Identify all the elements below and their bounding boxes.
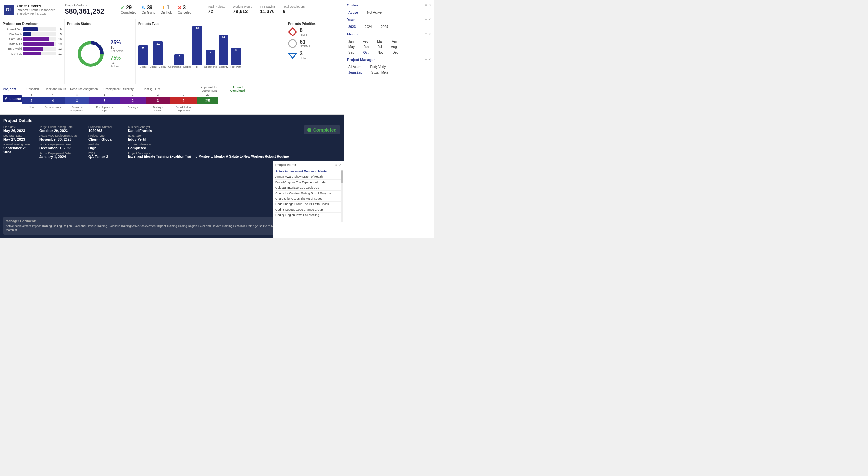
svg-marker-4 (289, 53, 297, 58)
month-option[interactable]: May (347, 45, 356, 49)
divider-2 (197, 3, 198, 16)
project-list-item[interactable]: Coding Region Town Hall Meeting (275, 212, 341, 218)
year-option[interactable]: 2025 (380, 25, 390, 29)
canceled-icon: ✖ (178, 5, 182, 10)
project-list: Project Name ≡ ▽ Active Achievement Ment… (273, 161, 344, 238)
month-option[interactable]: Nov (376, 50, 384, 55)
project-list-item[interactable]: Coding League Code Change Group (275, 207, 341, 212)
project-list-item[interactable]: Celestial Interface Gob Geeklords (275, 185, 341, 191)
charts-row: Projects per Developer Ahmed Daz 9 Eto S… (0, 19, 344, 84)
type-bar-col: 5 Operations - Global (168, 54, 190, 69)
pm-option[interactable]: Jean Zac (347, 70, 364, 74)
status-chart-title: Projects Status (67, 22, 133, 26)
onhold-num: 1 (166, 5, 169, 11)
pm-filter-title: Project Manager (347, 58, 375, 62)
total-dev-stat: Total Developers 6 (283, 5, 305, 14)
stat-onhold: ⏸ 1 On Hold (160, 5, 173, 14)
month-option[interactable]: Aug (390, 45, 398, 49)
stats-group: ✔ 29 Completed ↻ 39 On Going ⏸ 1 On Hold (121, 5, 191, 14)
month-option[interactable]: Mar (376, 39, 384, 43)
project-list-title: Project Name (275, 163, 296, 167)
milestone-segment: 22 (170, 93, 197, 104)
month-option[interactable]: Apr (391, 39, 399, 43)
status-completed-badge: Completed (304, 126, 340, 134)
project-list-item[interactable]: Center for Creative Coding Box of Crayon… (275, 191, 341, 196)
pm-option[interactable]: Suzan Mike (370, 70, 390, 74)
not-active-label: 25% 18 Not Active (111, 40, 124, 53)
dev-bar-row: Kate Mills 19 (3, 42, 62, 46)
priorities-section: Projects Priorities 8 HIGH (285, 19, 344, 83)
project-list-item[interactable]: Annual Award Show Match of Health (275, 174, 341, 180)
month-filter-section: Month ≡✕ JanFebMarAprMayJunJulAugSepOctN… (347, 32, 431, 55)
project-list-item[interactable]: Charged by Codes The Art of Codes (275, 196, 341, 202)
dev-bars: Ahmed Daz 9 Eto Smith 5 Sam Jack 16 Kate… (3, 27, 62, 56)
project-list-item[interactable]: Active Achievement Mentee to Mentor (275, 169, 341, 174)
normal-priority-icon (288, 39, 297, 48)
pm-list-icon[interactable]: ≡ (425, 58, 427, 62)
right-panel: Status ≡✕ Active Not Active Year ≡✕ 2023… (344, 0, 434, 238)
project-list-item[interactable]: Box of Crayons The Experienced dude (275, 180, 341, 185)
dev-chart-title: Projects per Developer (3, 22, 62, 26)
pm-clear-icon[interactable]: ✕ (428, 58, 431, 62)
stat-ongoing: ↻ 39 On Going (142, 5, 156, 14)
month-option[interactable]: Sep (347, 50, 355, 55)
type-chart: Projects Type 9 Client 11 Client - Globa… (135, 19, 285, 83)
milestone-label: Milestone (3, 96, 22, 102)
dev-bar-row: Ahmed Daz 9 (3, 27, 62, 31)
active-label: 75% 54 Active (111, 55, 124, 68)
working-hours-stat: Working Hours 79,612 (233, 5, 252, 14)
details-col-1: Start date May 26, 2023 Dev Start Date M… (3, 126, 35, 213)
ongoing-num: 39 (147, 5, 153, 11)
dev-bar-row: Dany Jr. 11 (3, 52, 62, 56)
pm-option[interactable]: Eddy Verly (369, 65, 387, 69)
onhold-label: On Hold (160, 11, 173, 14)
type-bars-container: 9 Client 11 Client - Global 5 Operations… (138, 27, 283, 69)
project-list-items: Active Achievement Mentee to MentorAnnua… (275, 169, 341, 218)
projects-value-number: $80,361,252 (65, 7, 104, 15)
year-filter-section: Year ≡✕ 202320242025 (347, 18, 431, 29)
project-list-filter-icon[interactable]: ≡ (335, 163, 337, 167)
month-filter-title: Month (347, 32, 358, 36)
milestone-segment: 44 (41, 93, 65, 104)
divider-1 (111, 3, 111, 16)
month-option[interactable]: Jan (347, 39, 355, 43)
project-list-item[interactable]: Code Change Group The GFI with Codes (275, 202, 341, 207)
projects-label: Projects (3, 87, 22, 91)
milestone-segment: 23 (146, 93, 170, 104)
logo: OL Other Level's Projects Status Dashboa… (4, 4, 55, 15)
year-clear-icon[interactable]: ✕ (428, 18, 431, 22)
month-option[interactable]: Feb (361, 39, 369, 43)
filter-list-icon[interactable]: ≡ (425, 3, 427, 7)
year-list-icon[interactable]: ≡ (425, 18, 427, 22)
month-option[interactable]: Jun (362, 45, 370, 49)
priorities-title: Projects Priorities (288, 22, 341, 26)
month-option[interactable]: Oct (362, 50, 370, 55)
status-active-option[interactable]: Active (347, 10, 360, 14)
ongoing-label: On Going (142, 11, 156, 14)
status-notactive-option[interactable]: Not Active (366, 10, 383, 14)
month-clear-icon[interactable]: ✕ (428, 32, 431, 36)
filter-clear-icon[interactable]: ✕ (428, 3, 431, 7)
ongoing-icon: ↻ (142, 5, 146, 10)
priority-low: 3 LOW (288, 50, 341, 60)
total-projects-stat: Total Projects 72 (208, 5, 225, 14)
svg-point-3 (289, 40, 297, 47)
month-option[interactable]: Dec (391, 50, 399, 55)
status-donut-chart: Projects Status 25% 18 Not (65, 19, 135, 83)
year-option[interactable]: 2024 (363, 25, 373, 29)
month-list-icon[interactable]: ≡ (425, 32, 427, 36)
pm-option[interactable]: Ali Adam (347, 65, 362, 69)
canceled-num: 3 (183, 5, 186, 11)
stat-completed: ✔ 29 Completed (121, 5, 136, 14)
month-option[interactable]: Jul (376, 45, 383, 49)
app-subtitle: Projects Status Dashboard (17, 8, 55, 12)
low-priority-icon (288, 50, 297, 60)
project-list-clear-icon[interactable]: ▽ (338, 163, 341, 167)
milestone-segment: 2929 (197, 93, 218, 104)
milestone-segment: 13 (89, 93, 120, 104)
year-option[interactable]: 2023 (347, 25, 357, 29)
details-col-2: Target Client Testing Date October 29, 2… (39, 126, 85, 213)
status-filter-section: Status ≡✕ Active Not Active (347, 3, 431, 14)
milestone-segment: 83 (65, 93, 89, 104)
type-chart-title: Projects Type (138, 22, 283, 26)
